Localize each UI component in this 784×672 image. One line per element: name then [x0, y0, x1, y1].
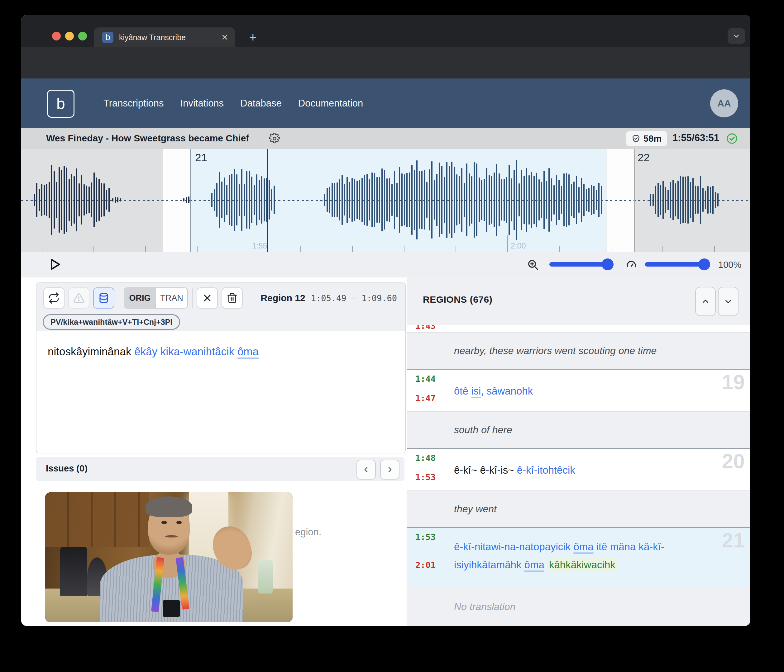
next-issue-button[interactable] — [380, 459, 400, 480]
speed-percent: 100% — [718, 260, 741, 270]
toggle-tran[interactable]: TRAN — [156, 288, 187, 308]
waveform-bar — [658, 183, 659, 217]
tab-close-icon[interactable]: ✕ — [221, 33, 228, 42]
nav-database[interactable]: Database — [240, 98, 282, 109]
delete-region-button[interactable] — [222, 287, 243, 309]
region-time-range: 1:05.49 – 1:09.60 — [311, 293, 397, 303]
region-row[interactable]: 1:481:53ê-kî~ ê-kî-is~ ê-kî-itohtêcik20 — [407, 448, 750, 490]
waveform-bar — [369, 179, 370, 221]
waveform-bar — [229, 175, 230, 225]
waveform-bar — [46, 184, 47, 216]
speed-slider-thumb[interactable] — [698, 258, 710, 270]
translation-row[interactable]: nearby, these warriors went scouting one… — [407, 332, 750, 369]
scroll-up-button[interactable] — [695, 287, 716, 316]
user-avatar[interactable]: AA — [710, 89, 738, 117]
region-boundary[interactable] — [163, 149, 163, 252]
waveform-region-label: 21 — [195, 151, 207, 164]
dictionary-lookup-button[interactable] — [93, 287, 114, 309]
waveform-bar — [697, 186, 698, 214]
region-boundary[interactable] — [190, 149, 191, 252]
tab-search-button[interactable] — [728, 28, 745, 44]
main-content: ORIG TRAN Region 12 1:05.49 – 1:09.60 PV… — [21, 278, 750, 626]
waveform-bar — [675, 183, 676, 216]
translation-row[interactable]: they went — [407, 490, 750, 527]
video-player[interactable] — [45, 492, 292, 622]
waveform-bar — [568, 174, 569, 225]
morphology-tag[interactable]: PV/kika+wanihtâw+V+TI+Cnj+3Pl — [43, 314, 180, 330]
waveform-bar — [231, 174, 232, 226]
nav-documentation[interactable]: Documentation — [298, 98, 363, 109]
waveform-bar — [349, 182, 350, 218]
waveform-bar — [652, 194, 654, 206]
translation-row[interactable]: south of here — [407, 411, 750, 448]
issues-warning-button — [68, 287, 89, 309]
waveform-bar — [431, 161, 432, 239]
linked-word[interactable]: isi — [471, 385, 481, 397]
waveform-bar — [573, 182, 575, 218]
waveform-bar — [596, 189, 597, 211]
toggle-orig[interactable]: ORIG — [124, 288, 156, 308]
waveform-bar — [391, 184, 393, 216]
waveform-bar — [705, 191, 706, 209]
waveform-bar — [239, 184, 240, 216]
region-row[interactable]: 1:532:01ê-kî-nitawi-na-natopayicik ôma i… — [407, 527, 750, 587]
translation-row[interactable]: No translation — [407, 587, 750, 626]
waveform-bar — [109, 188, 110, 212]
prev-issue-button[interactable] — [356, 459, 376, 480]
app-logo[interactable]: b — [47, 90, 75, 118]
waveform-bar — [479, 177, 480, 222]
timeline-tick — [714, 246, 715, 252]
waveform-bar — [650, 194, 651, 206]
region-row[interactable]: 1:441:47ôtê isi, sâwanohk19 — [407, 369, 750, 411]
waveform-bar — [91, 183, 92, 218]
speed-slider[interactable] — [645, 262, 708, 267]
timeline-tick — [404, 246, 404, 252]
region-row-partial[interactable]: 1:43 — [407, 325, 750, 332]
linked-word[interactable]: ôma — [573, 541, 593, 552]
playhead-cursor[interactable] — [267, 149, 268, 252]
play-button[interactable] — [47, 257, 62, 272]
waveform-bar — [106, 190, 107, 209]
zoom-slider-thumb[interactable] — [602, 258, 614, 270]
waveform-bar — [224, 177, 225, 222]
region-boundary[interactable] — [634, 149, 635, 252]
waveform-bar — [451, 161, 453, 239]
chevron-right-icon — [386, 466, 394, 473]
regions-list[interactable]: 1:43nearby, these warriors went scouting… — [407, 325, 750, 626]
timeline-tick — [300, 246, 301, 252]
zoom-window-button[interactable] — [78, 32, 87, 40]
video-man-mouth — [165, 535, 177, 538]
video-man-eye-left — [162, 521, 167, 524]
waveform[interactable]: 1:552:002122 — [21, 149, 750, 252]
waveform-bar — [710, 187, 711, 213]
settings-gear-icon[interactable] — [269, 133, 280, 144]
new-tab-button[interactable]: + — [249, 31, 257, 45]
linked-word[interactable]: ôma — [238, 345, 259, 357]
nav-transcriptions[interactable]: Transcriptions — [103, 98, 164, 109]
region-text-editor[interactable]: nitoskâyiminânak êkây kika-wanihtâcik ôm… — [36, 331, 405, 453]
close-region-button[interactable] — [197, 287, 218, 309]
waveform-bar — [98, 179, 100, 221]
waveform-bar — [397, 183, 398, 217]
scroll-down-button[interactable] — [718, 287, 739, 316]
close-window-button[interactable] — [52, 32, 61, 40]
linked-word[interactable]: ôma — [524, 559, 544, 571]
region-start-time: 1:53 — [415, 532, 436, 542]
waveform-bar — [71, 174, 72, 226]
waveform-bar — [416, 160, 418, 239]
minimize-window-button[interactable] — [65, 32, 74, 40]
loop-region-button[interactable] — [43, 287, 64, 309]
browser-tab[interactable]: b kiyânaw Transcribe ✕ — [94, 27, 235, 47]
waveform-bar — [36, 183, 37, 217]
waveform-bar — [493, 172, 495, 227]
video-soap-bottle — [258, 560, 273, 593]
region-title: Region 12 — [260, 293, 305, 303]
zoom-slider[interactable] — [549, 262, 612, 267]
waveform-bar — [244, 184, 245, 216]
region-text: ê-kî-nitawi-na-natopayicik ôma itê mâna … — [454, 538, 686, 574]
region-boundary[interactable] — [606, 149, 607, 252]
translation-text: they went — [454, 503, 497, 515]
waveform-bar — [342, 175, 343, 225]
regions-panel: REGIONS (676) 1:43nearby, these warriors… — [407, 278, 750, 626]
nav-invitations[interactable]: Invitations — [180, 98, 224, 109]
